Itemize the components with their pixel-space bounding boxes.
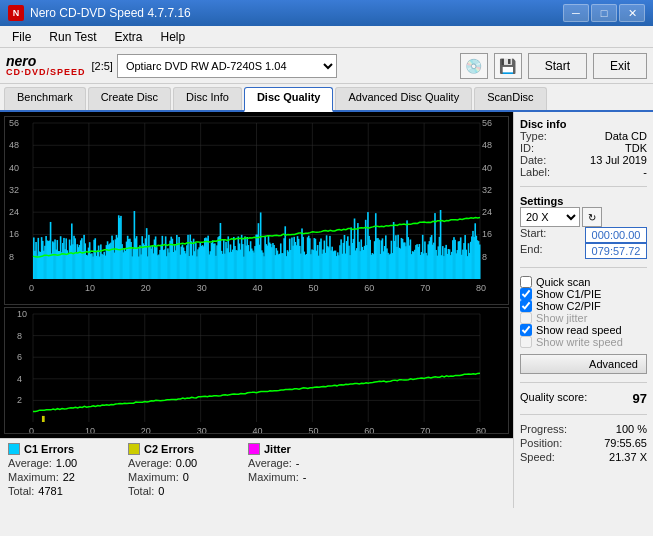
quick-scan-label: Quick scan <box>536 276 590 288</box>
position-value: 79:55.65 <box>604 437 647 449</box>
c2-max-value: 0 <box>183 471 189 483</box>
disc-icon-button[interactable]: 💿 <box>460 53 488 79</box>
speed-label: Speed: <box>520 451 555 463</box>
speed-dropdown[interactable]: 20 X 40 X 32 X 24 X 16 X <box>520 207 580 227</box>
disc-type-label: Type: <box>520 130 547 142</box>
show-jitter-checkbox[interactable] <box>520 312 532 324</box>
tab-bar: Benchmark Create Disc Disc Info Disc Qua… <box>0 84 653 112</box>
app-title: Nero CD-DVD Speed 4.7.7.16 <box>30 6 191 20</box>
divider-3 <box>520 382 647 383</box>
show-read-speed-checkbox[interactable] <box>520 324 532 336</box>
quick-scan-checkbox[interactable] <box>520 276 532 288</box>
jitter-avg-value: - <box>296 457 300 469</box>
bottom-chart-canvas <box>5 308 508 434</box>
legend-area: C1 Errors Average: 1.00 Maximum: 22 Tota… <box>0 438 513 508</box>
legend-c1: C1 Errors Average: 1.00 Maximum: 22 Tota… <box>8 443 108 497</box>
c2-color-box <box>128 443 140 455</box>
show-c1-pie-checkbox[interactable] <box>520 288 532 300</box>
c2-label: C2 Errors <box>144 443 194 455</box>
c1-avg-label: Average: <box>8 457 52 469</box>
drive-label: [2:5] <box>92 60 113 72</box>
menu-help[interactable]: Help <box>153 28 194 46</box>
end-time-input[interactable] <box>585 243 647 259</box>
tab-benchmark[interactable]: Benchmark <box>4 87 86 110</box>
c2-total-value: 0 <box>158 485 164 497</box>
chart-top <box>4 116 509 305</box>
tab-advanced-disc-quality[interactable]: Advanced Disc Quality <box>335 87 472 110</box>
jitter-color-box <box>248 443 260 455</box>
legend-c2: C2 Errors Average: 0.00 Maximum: 0 Total… <box>128 443 228 497</box>
menu-run-test[interactable]: Run Test <box>41 28 104 46</box>
nero-logo: nero CD·DVD/SPEED <box>6 54 86 77</box>
menu-file[interactable]: File <box>4 28 39 46</box>
disc-type-row: Type: Data CD <box>520 130 647 142</box>
c1-total-value: 4781 <box>38 485 62 497</box>
c1-label: C1 Errors <box>24 443 74 455</box>
disc-info-title: Disc info <box>520 118 647 130</box>
charts-and-right: C1 Errors Average: 1.00 Maximum: 22 Tota… <box>0 112 653 508</box>
maximize-button[interactable]: □ <box>591 4 617 22</box>
show-c2-pif-row: Show C2/PIF <box>520 300 647 312</box>
settings-section: Settings 20 X 40 X 32 X 24 X 16 X ↻ Star… <box>520 195 647 259</box>
charts-inner <box>0 112 513 438</box>
quality-score-label: Quality score: <box>520 391 587 406</box>
app-icon: N <box>8 5 24 21</box>
checkboxes-section: Quick scan Show C1/PIE Show C2/PIF Show … <box>520 276 647 348</box>
save-icon-button[interactable]: 💾 <box>494 53 522 79</box>
c1-avg-value: 1.00 <box>56 457 77 469</box>
toolbar: nero CD·DVD/SPEED [2:5] Optiarc DVD RW A… <box>0 48 653 84</box>
start-row: Start: <box>520 227 647 243</box>
menu-extra[interactable]: Extra <box>106 28 150 46</box>
show-write-speed-checkbox[interactable] <box>520 336 532 348</box>
charts-wrapper: C1 Errors Average: 1.00 Maximum: 22 Tota… <box>0 112 513 508</box>
divider-2 <box>520 267 647 268</box>
disc-id-value: TDK <box>625 142 647 154</box>
right-panel: Disc info Type: Data CD ID: TDK Date: 13… <box>513 112 653 508</box>
tab-disc-info[interactable]: Disc Info <box>173 87 242 110</box>
settings-title: Settings <box>520 195 647 207</box>
position-label: Position: <box>520 437 562 449</box>
progress-row: Progress: 100 % <box>520 423 647 435</box>
c2-avg-label: Average: <box>128 457 172 469</box>
show-jitter-label: Show jitter <box>536 312 587 324</box>
divider-4 <box>520 414 647 415</box>
divider-1 <box>520 186 647 187</box>
c1-max-label: Maximum: <box>8 471 59 483</box>
drive-dropdown[interactable]: Optiarc DVD RW AD-7240S 1.04 <box>117 54 337 78</box>
start-time-input[interactable] <box>585 227 647 243</box>
exit-button[interactable]: Exit <box>593 53 647 79</box>
c1-total-label: Total: <box>8 485 34 497</box>
chart-bottom <box>4 307 509 434</box>
disc-date-label: Date: <box>520 154 546 166</box>
end-row: End: <box>520 243 647 259</box>
title-bar: N Nero CD-DVD Speed 4.7.7.16 ─ □ ✕ <box>0 0 653 26</box>
drive-selector: [2:5] Optiarc DVD RW AD-7240S 1.04 <box>92 54 454 78</box>
jitter-label: Jitter <box>264 443 291 455</box>
tab-disc-quality[interactable]: Disc Quality <box>244 87 334 112</box>
start-button[interactable]: Start <box>528 53 587 79</box>
show-c2-pif-checkbox[interactable] <box>520 300 532 312</box>
show-read-speed-label: Show read speed <box>536 324 622 336</box>
speed-row: Speed: 21.37 X <box>520 451 647 463</box>
top-chart-canvas <box>5 117 508 297</box>
speed-selector: 20 X 40 X 32 X 24 X 16 X ↻ <box>520 207 647 227</box>
close-button[interactable]: ✕ <box>619 4 645 22</box>
advanced-button[interactable]: Advanced <box>520 354 647 374</box>
jitter-max-value: - <box>303 471 307 483</box>
start-label: Start: <box>520 227 546 243</box>
quality-score-row: Quality score: 97 <box>520 391 647 406</box>
refresh-button[interactable]: ↻ <box>582 207 602 227</box>
quality-score-value: 97 <box>633 391 647 406</box>
tab-create-disc[interactable]: Create Disc <box>88 87 171 110</box>
c2-total-label: Total: <box>128 485 154 497</box>
minimize-button[interactable]: ─ <box>563 4 589 22</box>
c1-max-value: 22 <box>63 471 75 483</box>
main-content: C1 Errors Average: 1.00 Maximum: 22 Tota… <box>0 112 653 508</box>
disc-label-label: Label: <box>520 166 550 178</box>
disc-id-label: ID: <box>520 142 534 154</box>
tab-scan-disc[interactable]: ScanDisc <box>474 87 546 110</box>
progress-value: 100 % <box>616 423 647 435</box>
menu-bar: File Run Test Extra Help <box>0 26 653 48</box>
show-c1-pie-label: Show C1/PIE <box>536 288 601 300</box>
c1-color-box <box>8 443 20 455</box>
